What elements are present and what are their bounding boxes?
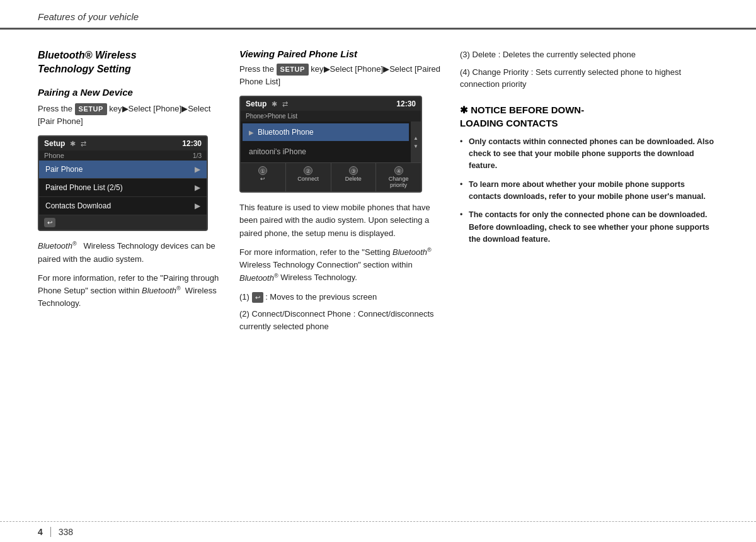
right-column: (3) Delete : Deletes the currently selec… bbox=[454, 48, 718, 337]
menu-item-pair-phone[interactable]: Pair Phone ▶ bbox=[39, 161, 207, 179]
screen2-time: 12:30 bbox=[396, 99, 416, 108]
header-title: Features of your vehicle bbox=[38, 11, 139, 22]
screen-phone-label: Phone bbox=[44, 152, 64, 159]
menu-item-contacts-download[interactable]: Contacts Download ▶ bbox=[39, 197, 207, 215]
notice-title: ✱ ✱ NOTICE BEFORE DOWN- NOTICE BEFORE DO… bbox=[460, 103, 718, 130]
arrow-icon-1: ▶ bbox=[195, 165, 200, 174]
viewing-desc-2: For more information, refer to the "Sett… bbox=[239, 246, 441, 285]
screen2-bt-phone[interactable]: ▶ Bluetooth Phone bbox=[243, 123, 409, 141]
circle-2: ② bbox=[304, 166, 312, 175]
nav-delete-btn[interactable]: ③ Delete bbox=[331, 163, 377, 191]
screen-page: 1/3 bbox=[193, 152, 202, 159]
bullet-1: Only contacts within connected phones ca… bbox=[460, 136, 718, 172]
screen2-scrollbar: ▲ ▼ bbox=[411, 121, 421, 162]
bluetooth-icon: ✱ bbox=[70, 140, 76, 148]
main-content: Bluetooth® Wireless Technology Setting P… bbox=[0, 30, 756, 350]
page-header: Features of your vehicle bbox=[0, 0, 756, 30]
nav-priority-btn[interactable]: ④ Changepriority bbox=[376, 163, 421, 191]
screen-mockup-2: Setup ✱ ⇄ 12:30 Phone>Phone List ▶ Bluet… bbox=[239, 96, 422, 193]
screen2-breadcrumb: Phone>Phone List bbox=[241, 111, 421, 121]
viewing-instruction: Press the SETUP key▶Select [Phone]▶Selec… bbox=[239, 63, 441, 88]
back-icon-badge: ↩ bbox=[252, 292, 263, 303]
screen-header-1: Setup ✱ ⇄ 12:30 bbox=[39, 137, 207, 150]
screen-time: 12:30 bbox=[182, 139, 202, 148]
item-4: (4) Change Priority : Sets currently sel… bbox=[460, 66, 718, 91]
footer-divider bbox=[50, 527, 51, 537]
viewing-desc-1: This feature is used to view mobile phon… bbox=[239, 201, 441, 239]
pairing-instruction: Press the SETUP key▶Select [Phone]▶Selec… bbox=[38, 103, 227, 128]
usb-icon: ⇄ bbox=[81, 140, 86, 148]
arrow-icon-2: ▶ bbox=[195, 183, 200, 192]
pairing-section-title: Pairing a New Device bbox=[38, 87, 227, 98]
footer-page: 4 bbox=[38, 527, 43, 537]
screen-mockup-1: Setup ✱ ⇄ 12:30 Phone 1/3 Pair Phone ▶ P… bbox=[38, 135, 208, 231]
bullet-2: To learn more about whether your mobile … bbox=[460, 179, 718, 203]
bluetooth-note-2: For more information, refer to the "Pair… bbox=[38, 272, 227, 310]
arrow-icon-3: ▶ bbox=[195, 201, 200, 210]
viewing-section-title: Viewing Paired Phone List bbox=[239, 48, 441, 59]
screen-back-bar: ↩ bbox=[39, 215, 207, 230]
page-footer: 4 338 bbox=[0, 521, 756, 542]
notice-asterisk: ✱ bbox=[460, 104, 471, 115]
item-3: (3) Delete : Deletes the currently selec… bbox=[460, 48, 718, 61]
footer-number: 338 bbox=[59, 527, 73, 537]
back-button[interactable]: ↩ bbox=[44, 218, 55, 227]
item-1: (1) ↩ : Moves to the previous screen bbox=[239, 291, 441, 303]
screen2-nav-bar: ① ↩ ② Connect ③ Delete ④ Changepriority bbox=[241, 162, 421, 191]
menu-item-paired-list[interactable]: Paired Phone List (2/5) ▶ bbox=[39, 179, 207, 197]
circle-4: ④ bbox=[394, 166, 403, 175]
screen2-usb-icon: ⇄ bbox=[282, 100, 288, 108]
left-column: Bluetooth® Wireless Technology Setting P… bbox=[38, 48, 239, 337]
screen2-phone-name: anitooni's iPhone bbox=[243, 143, 409, 161]
item-2: (2) Connect/Disconnect Phone : Connect/d… bbox=[239, 308, 441, 332]
setup-key-badge: SETUP bbox=[75, 103, 107, 115]
mid-column: Viewing Paired Phone List Press the SETU… bbox=[239, 48, 454, 337]
circle-3: ③ bbox=[349, 166, 358, 175]
bluetooth-note-1: Bluetooth® Wireless Technology devices c… bbox=[38, 240, 227, 266]
screen2-header: Setup ✱ ⇄ 12:30 bbox=[241, 97, 421, 111]
screen2-title: Setup bbox=[246, 99, 266, 108]
nav-back-btn[interactable]: ① ↩ bbox=[241, 163, 286, 191]
screen-title: Setup bbox=[44, 139, 65, 148]
notice-section: ✱ ✱ NOTICE BEFORE DOWN- NOTICE BEFORE DO… bbox=[460, 103, 718, 246]
setup-key-badge-2: SETUP bbox=[277, 64, 309, 76]
nav-connect-btn[interactable]: ② Connect bbox=[286, 163, 331, 191]
circle-1: ① bbox=[258, 166, 267, 175]
bullet-3: The contacts for only the connected phon… bbox=[460, 209, 718, 246]
screen2-bt-icon: ✱ bbox=[272, 100, 277, 108]
main-section-title: Bluetooth® Wireless Technology Setting bbox=[38, 48, 227, 77]
